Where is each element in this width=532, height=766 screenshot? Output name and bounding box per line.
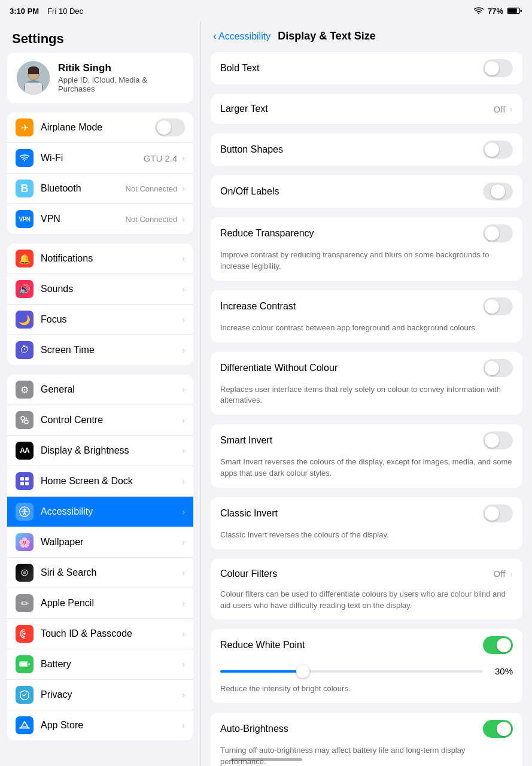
sidebar-item-applepencil[interactable]: ✏ Apple Pencil ›	[7, 588, 193, 619]
svg-rect-6	[25, 83, 42, 95]
sidebar-item-general[interactable]: ⚙ General ›	[7, 375, 193, 405]
focus-icon: 🌙	[16, 311, 34, 329]
reducewhitepoint-desc: Reduce the intensity of bright colours.	[211, 683, 522, 703]
status-bar-right: 77%	[473, 7, 522, 16]
group-connectivity: ✈ Airplane Mode Wi-Fi GTU 2.4	[7, 113, 193, 234]
bluetooth-icon: B	[16, 180, 34, 197]
sidebar-item-privacy[interactable]: Privacy ›	[7, 680, 193, 710]
increasecontrast-toggle[interactable]	[483, 297, 513, 315]
airplane-toggle[interactable]	[155, 118, 185, 136]
reducewhitepoint-slider-thumb[interactable]	[296, 665, 309, 678]
sidebar-item-wallpaper[interactable]: 🌸 Wallpaper ›	[7, 527, 193, 558]
autobrightness-row[interactable]: Auto-Brightness	[211, 713, 522, 745]
differentiatewithoutcolour-toggle[interactable]	[483, 359, 513, 377]
buttonshapes-row[interactable]: Button Shapes	[211, 133, 522, 166]
colourfilters-desc: Colour filters can be used to differenti…	[211, 589, 522, 620]
increasecontrast-desc: Increase colour contrast between app for…	[211, 323, 522, 342]
smartinvert-toggle[interactable]	[483, 431, 513, 449]
sidebar-item-controlcentre[interactable]: Control Centre ›	[7, 405, 193, 436]
profile-subtitle: Apple ID, iCloud, Media & Purchases	[58, 75, 184, 93]
sidebar-item-appstore[interactable]: App Store ›	[7, 710, 193, 740]
reducewhitepoint-slider-fill	[220, 670, 299, 673]
reducewhitepoint-slider-track	[220, 670, 483, 673]
colourfilters-row[interactable]: Colour Filters Off ›	[211, 559, 522, 589]
svg-rect-24	[29, 663, 30, 665]
privacy-chevron: ›	[182, 690, 185, 700]
autobrightness-toggle[interactable]	[483, 720, 513, 738]
screentime-icon: ⏱	[16, 341, 34, 359]
differentiatewithoutcolour-row[interactable]: Differentiate Without Colour	[211, 352, 522, 384]
accessibility-chevron: ›	[182, 507, 185, 516]
boldtext-group: Bold Text	[211, 52, 522, 84]
controlcentre-label: Control Centre	[41, 415, 180, 425]
appstore-chevron: ›	[182, 721, 185, 730]
sidebar-item-bluetooth[interactable]: B Bluetooth Not Connected ›	[7, 174, 193, 204]
sidebar-item-focus[interactable]: 🌙 Focus ›	[7, 305, 193, 335]
onofflabels-group: On/Off Labels	[211, 175, 522, 208]
reducewhitepoint-row[interactable]: Reduce White Point	[211, 629, 522, 661]
battery-chevron: ›	[182, 659, 185, 669]
sidebar-item-airplane[interactable]: ✈ Airplane Mode	[7, 113, 193, 143]
sidebar-item-sounds[interactable]: 🔊 Sounds ›	[7, 274, 193, 305]
profile-section[interactable]: Ritik Singh Apple ID, iCloud, Media & Pu…	[7, 53, 193, 103]
differentiatewithoutcolour-toggle-knob	[485, 361, 499, 375]
buttonshapes-toggle[interactable]	[483, 141, 513, 159]
bluetooth-label: Bluetooth	[41, 183, 126, 194]
reducewhitepoint-toggle[interactable]	[483, 636, 513, 654]
content-cards: Bold Text Larger Text Off › Button Shape…	[201, 48, 532, 766]
sidebar-item-displaybrightness[interactable]: AA Display & Brightness ›	[7, 436, 193, 466]
sidebar-item-battery[interactable]: Battery ›	[7, 649, 193, 680]
back-button[interactable]: ‹ Accessibility	[213, 30, 270, 42]
siri-chevron: ›	[182, 568, 185, 577]
status-date: Fri 10 Dec	[47, 7, 83, 16]
sidebar-item-notifications[interactable]: 🔔 Notifications ›	[7, 244, 193, 274]
sidebar-item-wifi[interactable]: Wi-Fi GTU 2.4 ›	[7, 143, 193, 174]
sidebar-item-vpn[interactable]: VPN VPN Not Connected ›	[7, 204, 193, 234]
vpn-icon: VPN	[16, 210, 34, 228]
content-title: Display & Text Size	[278, 30, 376, 42]
autobrightness-label: Auto-Brightness	[220, 724, 483, 734]
homescreen-chevron: ›	[182, 476, 185, 486]
smartinvert-label: Smart Invert	[220, 435, 483, 446]
boldtext-row[interactable]: Bold Text	[211, 52, 522, 84]
largertext-row[interactable]: Larger Text Off ›	[211, 94, 522, 124]
sidebar-item-accessibility[interactable]: Accessibility ›	[7, 497, 193, 527]
wallpaper-chevron: ›	[182, 537, 185, 547]
reducetransparency-toggle[interactable]	[483, 224, 513, 242]
largertext-chevron: ›	[510, 104, 513, 114]
general-chevron: ›	[182, 385, 185, 394]
sidebar-item-screentime[interactable]: ⏱ Screen Time ›	[7, 335, 193, 365]
accessibility-icon	[16, 503, 34, 521]
svg-rect-14	[20, 477, 24, 481]
reducetransparency-group: Reduce Transparency Improve contrast by …	[211, 217, 522, 281]
general-label: General	[41, 384, 180, 395]
smartinvert-desc: Smart Invert reverses the colours of the…	[211, 457, 522, 488]
wifi-icon	[473, 7, 484, 15]
largertext-group: Larger Text Off ›	[211, 94, 522, 124]
notifications-label: Notifications	[41, 253, 180, 264]
vpn-chevron: ›	[182, 214, 185, 224]
svg-rect-17	[25, 482, 29, 485]
reducewhitepoint-label: Reduce White Point	[220, 640, 483, 651]
increasecontrast-row[interactable]: Increase Contrast	[211, 290, 522, 323]
sidebar-item-touchid[interactable]: Touch ID & Passcode ›	[7, 619, 193, 649]
smartinvert-row[interactable]: Smart Invert	[211, 424, 522, 457]
onofflabels-row[interactable]: On/Off Labels	[211, 175, 522, 208]
status-bar-left: 3:10 PM Fri 10 Dec	[10, 7, 83, 16]
svg-rect-15	[25, 477, 29, 481]
sounds-icon: 🔊	[16, 280, 34, 298]
classicinvert-toggle[interactable]	[483, 504, 513, 522]
airplane-label: Airplane Mode	[41, 122, 155, 133]
battery-settings-icon	[16, 655, 34, 673]
screentime-chevron: ›	[182, 345, 185, 355]
privacy-label: Privacy	[41, 689, 180, 700]
reducetransparency-row[interactable]: Reduce Transparency	[211, 217, 522, 250]
svg-rect-2	[520, 10, 522, 12]
colourfilters-chevron: ›	[510, 569, 513, 579]
sidebar-item-siri[interactable]: Siri & Search ›	[7, 558, 193, 588]
content-header: ‹ Accessibility Display & Text Size	[201, 22, 532, 48]
sidebar-item-homescreen[interactable]: Home Screen & Dock ›	[7, 466, 193, 497]
classicinvert-row[interactable]: Classic Invert	[211, 497, 522, 530]
onofflabels-toggle[interactable]	[483, 183, 513, 200]
boldtext-toggle[interactable]	[483, 59, 513, 77]
